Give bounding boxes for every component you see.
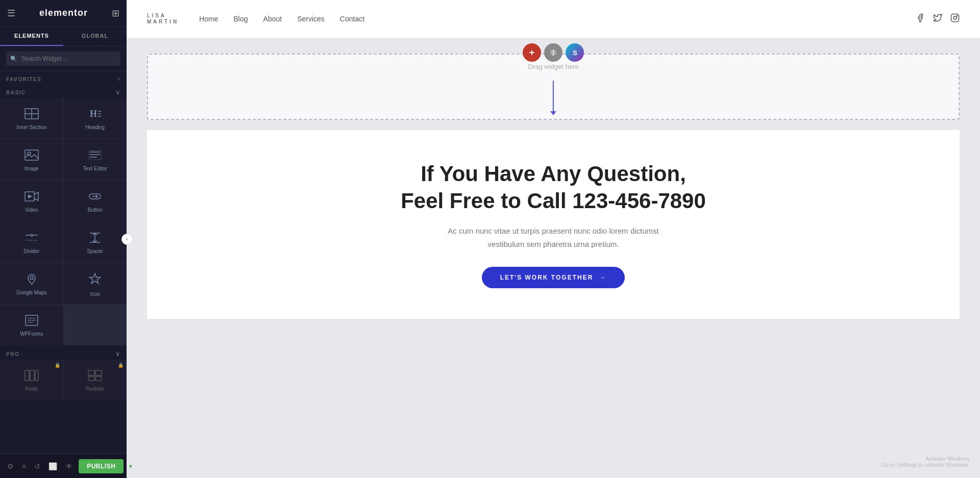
svg-point-41	[553, 52, 554, 53]
section-settings-button[interactable]	[544, 43, 562, 62]
site-logo: LISA MARTIN	[147, 13, 179, 25]
widget-icon[interactable]: Icon	[64, 263, 127, 304]
sidebar: ☰ elementor ⊞ ELEMENTS GLOBAL FAVORITES …	[0, 0, 127, 478]
basic-section[interactable]: BASIC ∨	[0, 85, 127, 98]
sidebar-collapse-btn[interactable]: ‹	[121, 234, 133, 245]
favorites-section[interactable]: FAVORITES ›	[0, 71, 127, 85]
widget-spacer-label: Spacer	[87, 248, 103, 255]
sidebar-bottom: ⚙ ≡ ↺ ⬜ 👁 PUBLISH ▼	[0, 454, 127, 478]
pro-label: PRO	[6, 351, 19, 357]
widget-image[interactable]: Image	[0, 139, 63, 180]
svg-point-37	[953, 16, 957, 19]
cta-label: LET'S WORK TOGETHER	[500, 274, 594, 281]
map-icon	[24, 273, 39, 287]
widget-heading-label: Heading	[86, 124, 105, 131]
widget-divider-label: Divider	[23, 248, 39, 255]
nav-contact[interactable]: Contact	[340, 15, 364, 23]
add-element-button[interactable]: +	[523, 43, 541, 62]
nav-services[interactable]: Services	[297, 15, 325, 23]
pro-widget-grid: 🔒 Posts 🔒	[0, 360, 127, 400]
star-icon	[88, 272, 102, 288]
drag-hint-text: Drag widget here	[528, 63, 579, 70]
inner-section-icon	[24, 108, 39, 121]
widget-google-maps-label: Google Maps	[16, 290, 46, 296]
spacer-icon	[88, 232, 102, 245]
favorites-label: FAVORITES	[6, 77, 41, 82]
widget-posts-label: Posts	[25, 386, 38, 392]
nav-about[interactable]: About	[263, 15, 282, 23]
canvas-area: + S Drag widget here If You Hav	[127, 38, 980, 478]
nav-home[interactable]: Home	[199, 15, 218, 23]
tab-global[interactable]: GLOBAL	[63, 27, 127, 46]
widget-text-editor-label: Text Editor	[83, 166, 107, 172]
sidebar-tabs: ELEMENTS GLOBAL	[0, 27, 127, 46]
main-canvas: LISA MARTIN Home Blog About Services Con…	[127, 0, 980, 478]
layers-icon[interactable]: ≡	[20, 460, 28, 472]
svg-text:H: H	[90, 109, 97, 119]
widget-button-label: Button	[88, 207, 103, 213]
elementor-button[interactable]: S	[566, 43, 584, 62]
widget-google-maps[interactable]: Google Maps	[0, 263, 63, 304]
widget-wpforms-label: WPForms	[20, 331, 43, 337]
widget-video[interactable]: Video	[0, 181, 63, 221]
arrow-down-icon[interactable]: ▼	[128, 463, 133, 469]
cta-arrow-icon: →	[599, 274, 606, 281]
svg-point-40	[553, 50, 554, 51]
svg-rect-34	[88, 376, 94, 381]
divider-icon	[24, 232, 39, 245]
svg-rect-35	[95, 376, 102, 381]
widget-inner-section-label: Inner Section	[16, 124, 46, 131]
nav-blog[interactable]: Blog	[234, 15, 248, 23]
widget-spacer[interactable]: Spacer	[64, 222, 127, 263]
heading-icon: H	[88, 108, 102, 121]
basic-chevron: ∨	[115, 89, 121, 96]
content-heading: If You Have Any Question, Feel Free to C…	[188, 161, 919, 214]
svg-point-38	[957, 15, 958, 16]
video-icon	[24, 191, 39, 204]
svg-rect-33	[95, 370, 102, 375]
content-section: If You Have Any Question, Feel Free to C…	[147, 130, 960, 319]
widget-portfolio[interactable]: 🔒 Portfolio	[64, 360, 127, 400]
instagram-icon[interactable]	[950, 13, 960, 24]
history-icon[interactable]: ↺	[32, 460, 42, 472]
widget-heading[interactable]: H Heading	[64, 98, 127, 139]
hamburger-icon[interactable]: ☰	[7, 8, 15, 19]
content-subtext: Ac cum nunc vitae ut turpis praesent nun…	[188, 224, 919, 250]
twitter-icon[interactable]	[933, 13, 942, 24]
widget-image-label: Image	[24, 166, 39, 172]
widget-portfolio-label: Portfolio	[86, 386, 105, 392]
grid-icon[interactable]: ⊞	[112, 8, 119, 19]
drop-zone[interactable]: + S Drag widget here	[147, 54, 960, 120]
tab-elements[interactable]: ELEMENTS	[0, 27, 63, 46]
svg-point-18	[31, 234, 33, 236]
portfolio-icon	[88, 370, 102, 383]
widget-posts[interactable]: 🔒 Posts	[0, 360, 63, 400]
wpforms-icon	[24, 315, 39, 328]
pro-section[interactable]: PRO ∨	[0, 346, 127, 360]
widget-button[interactable]: Button	[64, 181, 127, 221]
site-header: LISA MARTIN Home Blog About Services Con…	[127, 0, 980, 38]
svg-rect-29	[25, 370, 29, 381]
eye-icon[interactable]: 👁	[63, 460, 75, 472]
site-social	[916, 13, 960, 24]
pro-chevron: ∨	[115, 350, 121, 358]
sidebar-topbar: ☰ elementor ⊞	[0, 0, 127, 27]
widget-inner-section[interactable]: Inner Section	[0, 98, 63, 139]
widget-text-editor[interactable]: Text Editor	[64, 139, 127, 180]
settings-icon[interactable]: ⚙	[5, 460, 16, 472]
text-editor-icon	[88, 149, 102, 163]
elementor-logo: elementor	[39, 8, 88, 18]
posts-lock-icon: 🔒	[55, 363, 60, 368]
site-nav: Home Blog About Services Contact	[199, 15, 916, 23]
widget-divider[interactable]: Divider	[0, 222, 63, 263]
search-input[interactable]	[6, 52, 120, 66]
facebook-icon[interactable]	[916, 13, 925, 24]
cta-button[interactable]: LET'S WORK TOGETHER →	[482, 267, 625, 288]
svg-rect-32	[88, 370, 94, 375]
widget-video-label: Video	[25, 207, 38, 213]
image-icon	[24, 149, 39, 163]
responsive-icon[interactable]: ⬜	[46, 460, 59, 472]
widget-wpforms[interactable]: WPForms	[0, 305, 63, 345]
svg-rect-36	[951, 14, 959, 22]
publish-button[interactable]: PUBLISH	[79, 459, 124, 473]
